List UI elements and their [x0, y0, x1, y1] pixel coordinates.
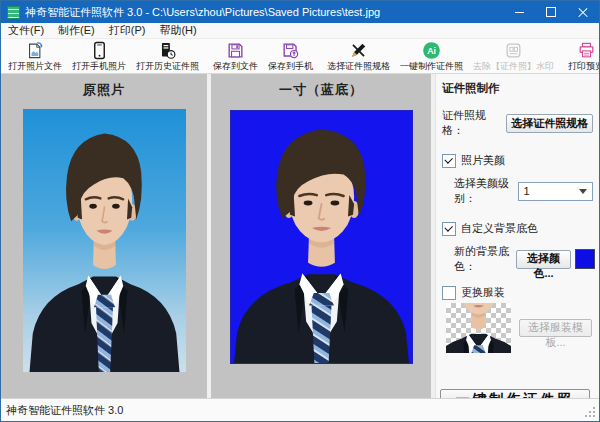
close-button[interactable] [567, 1, 599, 23]
menu-help[interactable]: 帮助(H) [152, 23, 203, 38]
toolbar-label: 一键制作证件照 [400, 61, 463, 71]
phone-icon [90, 41, 109, 60]
open-history-photo-button[interactable]: 打开历史证件照 [131, 39, 204, 73]
toolbar-label: 去除【证件照】水印 [473, 61, 554, 71]
custom-background-checkbox[interactable] [442, 222, 456, 236]
remove-watermark-button: 去除【证件照】水印 [468, 39, 559, 73]
printer-icon [577, 41, 596, 60]
print-preview-button[interactable]: 打印预览 [563, 39, 600, 73]
beauty-level-value: 1 [524, 185, 530, 197]
choose-color-button[interactable]: 选择颜色... [516, 250, 571, 269]
svg-text:Ai: Ai [427, 46, 436, 56]
app-icon [7, 6, 20, 19]
clothes-checkbox-row: 更换服装 [442, 285, 599, 300]
toolbar-label: 保存到文件 [213, 61, 258, 71]
menu-print[interactable]: 打印(P) [102, 23, 153, 38]
toolbar-label: 打开手机照片 [72, 61, 126, 71]
status-text: 神奇智能证件照软件 3.0 [6, 403, 123, 418]
original-photo [23, 109, 186, 372]
watermark-icon [504, 41, 523, 60]
beauty-checkbox-label: 照片美颜 [461, 153, 505, 168]
open-photo-file-button[interactable]: 打开照片文件 [3, 39, 67, 73]
close-icon [578, 7, 588, 17]
title-bar: 神奇智能证件照软件 3.0 - C:\Users\zhou\Pictures\S… [1, 1, 599, 23]
save-to-file-button[interactable]: 保存到文件 [208, 39, 263, 73]
resize-grip[interactable] [593, 415, 595, 417]
original-photo-panel: 原照片 [1, 74, 207, 398]
sidebar: 证件照制作 证件照规格： 选择证件照规格 照片美颜 选择美颜级别： 1 自定义背… [435, 74, 599, 398]
beauty-checkbox-row: 照片美颜 [442, 153, 599, 168]
save-phone-icon [281, 41, 300, 60]
toolbar-label: 打开照片文件 [8, 61, 62, 71]
save-to-phone-button[interactable]: 保存到手机 [263, 39, 318, 73]
beauty-checkbox[interactable] [442, 154, 456, 168]
select-spec-dialog-button[interactable]: 选择证件照规格 [506, 114, 593, 133]
spec-row: 证件照规格： 选择证件照规格 [436, 108, 599, 138]
original-photo-title: 原照片 [83, 82, 125, 97]
menu-make[interactable]: 制作(E) [51, 23, 102, 38]
sidebar-title: 证件照制作 [436, 74, 599, 96]
toolbar-label: 选择证件照规格 [327, 61, 390, 71]
menu-bar: 文件(F) 制作(E) 打印(P) 帮助(H) [1, 23, 599, 39]
minimize-button[interactable] [503, 1, 535, 23]
ai-icon: Ai [422, 41, 441, 60]
bg-color-swatch[interactable] [575, 249, 595, 269]
save-file-icon [226, 41, 245, 60]
bg-color-row: 新的背景底色： 选择颜色... [436, 244, 599, 274]
result-photo [230, 110, 413, 364]
bg-checkbox-row: 自定义背景底色 [442, 221, 599, 236]
bg-color-label: 新的背景底色： [454, 244, 516, 274]
maximize-button[interactable] [535, 1, 567, 23]
pencil-spec-icon [349, 41, 368, 60]
chevron-down-icon [579, 189, 587, 198]
clothes-area: 选择服装模板... [446, 303, 599, 353]
beauty-level-select[interactable]: 1 [518, 182, 593, 201]
app-window: 神奇智能证件照软件 3.0 - C:\Users\zhou\Pictures\S… [0, 0, 600, 422]
choose-clothes-template-button: 选择服装模板... [519, 319, 592, 337]
window-controls [503, 1, 599, 23]
spec-label: 证件照规格： [442, 108, 506, 138]
toolbar-label: 打开历史证件照 [136, 61, 199, 71]
clothes-thumbnail [446, 303, 511, 353]
menu-file[interactable]: 文件(F) [1, 23, 51, 38]
select-spec-button[interactable]: 选择证件照规格 [322, 39, 395, 73]
history-archive-icon [158, 41, 177, 60]
result-photo-title: 一寸（蓝底） [279, 82, 363, 97]
window-title: 神奇智能证件照软件 3.0 - C:\Users\zhou\Pictures\S… [25, 5, 498, 20]
beauty-level-label: 选择美颜级别： [454, 176, 518, 206]
change-clothes-checkbox[interactable] [442, 286, 456, 300]
change-clothes-checkbox-label: 更换服装 [461, 285, 505, 300]
toolbar-label: 打印预览 [568, 61, 600, 71]
main-area: 原照片 一寸（蓝底） 证件照制作 证件照规格： 选择证件照规格 照片 [1, 74, 599, 398]
result-photo-panel: 一寸（蓝底） [211, 74, 431, 398]
ai-make-photo-button[interactable]: Ai 一键制作证件照 [395, 39, 468, 73]
photo-file-icon [26, 41, 45, 60]
open-phone-photo-button[interactable]: 打开手机照片 [67, 39, 131, 73]
custom-background-checkbox-label: 自定义背景底色 [461, 221, 538, 236]
minimize-icon [515, 12, 524, 13]
beauty-level-row: 选择美颜级别： 1 [436, 176, 599, 206]
toolbar-label: 保存到手机 [268, 61, 313, 71]
maximize-icon [546, 7, 556, 17]
toolbar: 打开照片文件 打开手机照片 打开历史证件照 [1, 39, 599, 74]
status-bar: 神奇智能证件照软件 3.0 [1, 398, 599, 421]
